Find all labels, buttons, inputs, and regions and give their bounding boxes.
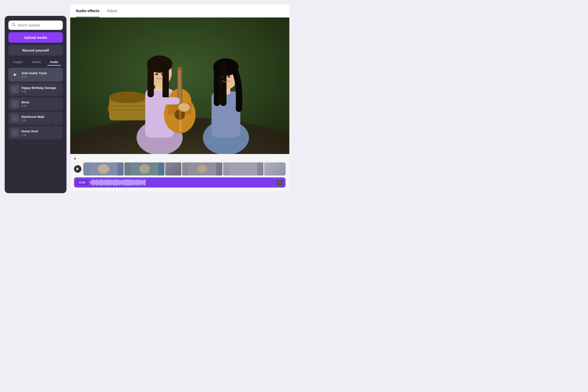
search-input[interactable] [17,23,60,27]
audio-duration: 3:19 [22,104,60,107]
audio-thumbnail: ♪ [11,128,19,137]
media-type-tabs: Images Videos Audio [8,59,63,66]
audio-thumbnail: ♪ [11,114,19,122]
tab-adjust[interactable]: Adjust [107,9,117,17]
audio-info: Guitar Duet 1:29 [22,130,60,136]
audio-info: Solo Guitar Track 3:12 [22,72,53,78]
audio-title: Happy Birthday Georgia [22,86,60,90]
svg-rect-16 [148,63,154,97]
svg-rect-34 [214,66,220,106]
svg-rect-46 [229,162,257,176]
music-note-icon: ♪ [14,102,16,106]
audio-duration: 0:12 [22,119,60,122]
list-item[interactable]: Solo Guitar Track 3:12 ··· [8,68,63,82]
audio-thumbnail: ♪ [11,100,19,108]
svg-point-36 [222,76,224,78]
audio-duration: 1:29 [22,134,60,136]
svg-marker-39 [76,168,79,170]
time-badge: 13.5s [77,180,88,185]
audio-info: Rainforest Walk 0:12 [22,115,60,122]
audio-thumbnail: ♪ [11,85,19,94]
left-panel: Upload media Record yourself Images Vide… [5,16,66,193]
audio-title: Birds [22,100,60,104]
svg-rect-28 [145,97,180,104]
audio-title: Guitar Duet [22,130,60,133]
more-options-icon[interactable]: ··· [55,72,60,77]
audio-title: Solo Guitar Track [22,72,53,75]
timeline-marker: ♥ [74,157,286,160]
music-note-icon: ♪ [14,88,16,91]
svg-point-45 [198,165,207,173]
search-icon [12,23,16,28]
audio-duration: 0:22 [22,90,60,93]
waveform-more-button[interactable]: ··· [276,180,283,185]
audio-duration: 3:12 [22,75,53,78]
play-button[interactable] [11,70,19,79]
list-item[interactable]: ♪ Happy Birthday Georgia 0:22 [8,83,63,96]
search-bar[interactable] [8,20,63,30]
svg-line-1 [14,26,15,26]
list-item[interactable]: ♪ Rainforest Walk 0:12 [8,112,63,125]
audio-info: Birds 3:19 [22,100,60,107]
tab-audio[interactable]: Audio [47,59,61,66]
svg-point-7 [109,92,147,103]
top-tabs: Audio effects Adjust [70,5,289,18]
timeline-track [74,162,286,176]
tab-images[interactable]: Images [10,59,25,66]
music-note-icon: ♪ [14,131,16,135]
audio-title: Rainforest Walk [22,115,60,118]
svg-point-38 [178,103,190,112]
svg-rect-17 [162,63,169,100]
svg-point-37 [227,75,230,78]
svg-point-19 [161,73,164,75]
right-panel: Audio effects Adjust [70,5,289,191]
waveform [90,179,274,186]
svg-point-41 [98,164,109,174]
list-item[interactable]: ♪ Birds 3:19 [8,97,63,110]
tab-audio-effects[interactable]: Audio effects [76,9,100,17]
record-yourself-button[interactable]: Record yourself [8,45,63,56]
music-note-icon: ♪ [14,116,16,120]
timeline-area: ♥ [70,154,289,191]
svg-rect-35 [220,63,226,106]
tab-videos[interactable]: Videos [30,59,44,66]
audio-info: Happy Birthday Georgia 0:22 [22,86,60,93]
svg-marker-2 [14,73,16,76]
list-item[interactable]: ♪ Guitar Duet 1:29 [8,126,63,139]
upload-media-button[interactable]: Upload media [8,32,63,43]
svg-point-18 [155,73,158,75]
svg-point-43 [139,164,150,174]
heart-icon: ♥ [74,157,76,160]
play-timeline-button[interactable] [74,165,82,173]
audio-waveform-track[interactable]: 13.5s ··· [74,177,286,188]
audio-list: Solo Guitar Track 3:12 ··· ♪ Happy Birth… [8,68,63,188]
video-preview [70,18,289,154]
film-strip [83,162,286,176]
